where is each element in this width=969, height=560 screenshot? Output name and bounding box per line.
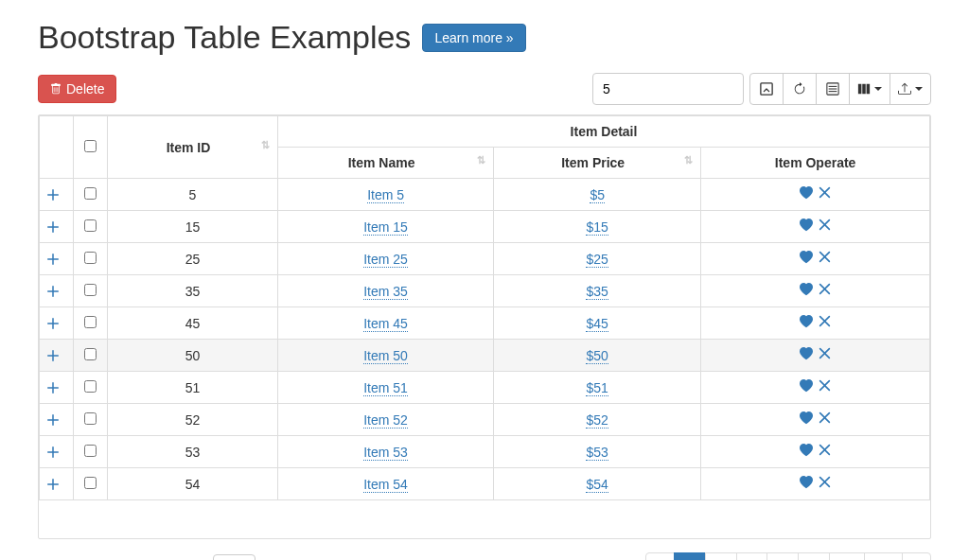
row-checkbox[interactable]: [84, 445, 97, 457]
cell-item-price-link[interactable]: $52: [586, 412, 608, 429]
cell-item-name-link[interactable]: Item 45: [363, 316, 408, 332]
page-link[interactable]: 1: [675, 553, 705, 560]
row-checkbox[interactable]: [84, 219, 97, 232]
page-link[interactable]: 24: [865, 553, 903, 560]
row-checkbox[interactable]: [84, 477, 97, 489]
remove-button[interactable]: [819, 315, 831, 328]
row-checkbox[interactable]: [84, 252, 97, 264]
remove-button[interactable]: [819, 476, 831, 489]
cell-item-price-link[interactable]: $45: [586, 316, 608, 332]
export-button[interactable]: [890, 73, 931, 105]
page-item[interactable]: ‹: [645, 552, 675, 560]
search-input[interactable]: [592, 73, 744, 105]
row-checkbox[interactable]: [84, 316, 97, 328]
remove-button[interactable]: [819, 347, 831, 360]
expand-row-button[interactable]: [40, 179, 74, 211]
row-checkbox[interactable]: [84, 412, 97, 425]
cell-item-name-link[interactable]: Item 5: [367, 187, 404, 203]
page-link[interactable]: 2: [706, 553, 736, 560]
expand-row-button[interactable]: [40, 243, 74, 275]
expand-row-button[interactable]: [40, 468, 74, 500]
row-checkbox[interactable]: [84, 284, 97, 296]
page-size-dropdown[interactable]: 10: [213, 554, 256, 560]
cell-item-name-link[interactable]: Item 54: [363, 477, 408, 493]
expand-row-button[interactable]: [40, 404, 74, 436]
cell-item-price-link[interactable]: $35: [586, 284, 608, 300]
remove-button[interactable]: [819, 444, 831, 457]
row-checkbox[interactable]: [84, 348, 97, 360]
remove-button[interactable]: [819, 219, 831, 232]
remove-button[interactable]: [819, 251, 831, 264]
cell-item-name-link[interactable]: Item 50: [363, 348, 408, 364]
cell-item-name-link[interactable]: Item 53: [363, 445, 408, 461]
expand-row-button[interactable]: [40, 307, 74, 340]
page-item[interactable]: 24: [864, 552, 904, 560]
like-button[interactable]: [800, 315, 813, 328]
page-item[interactable]: ...: [829, 552, 865, 560]
page-link[interactable]: ›: [903, 553, 930, 560]
columns-button[interactable]: [849, 73, 890, 105]
page-link[interactable]: 3: [737, 553, 767, 560]
col-item-id[interactable]: Item ID⇅: [108, 116, 278, 179]
expand-row-button[interactable]: [40, 436, 74, 468]
row-checkbox[interactable]: [84, 380, 97, 393]
expand-row-button[interactable]: [40, 211, 74, 243]
heart-icon: [800, 251, 813, 264]
page-item[interactable]: ›: [902, 552, 931, 560]
col-item-name[interactable]: Item Name⇅: [278, 148, 494, 179]
remove-button[interactable]: [819, 283, 831, 296]
like-button[interactable]: [800, 347, 813, 360]
expand-row-button[interactable]: [40, 372, 74, 404]
row-checkbox[interactable]: [84, 187, 97, 200]
table-row: 25Item 25$25: [40, 243, 930, 275]
page-item[interactable]: 1: [674, 552, 706, 560]
cell-item-price-link[interactable]: $25: [586, 252, 608, 268]
like-button[interactable]: [800, 411, 813, 425]
like-button[interactable]: [800, 283, 813, 296]
page-link[interactable]: ...: [830, 553, 864, 560]
select-all-header[interactable]: [74, 116, 108, 179]
select-all-checkbox[interactable]: [84, 140, 97, 152]
refresh-button[interactable]: [783, 73, 817, 105]
close-icon: [819, 411, 831, 424]
cell-item-name-link[interactable]: Item 52: [363, 412, 408, 429]
table-row: 51Item 51$51: [40, 372, 930, 404]
cell-item-name-link[interactable]: Item 25: [363, 252, 408, 268]
like-button[interactable]: [800, 186, 813, 200]
cell-item-price-link[interactable]: $50: [586, 348, 608, 364]
cell-item-price-link[interactable]: $54: [586, 477, 608, 493]
cell-item-name-link[interactable]: Item 35: [363, 284, 408, 300]
learn-more-button[interactable]: Learn more »: [422, 24, 525, 52]
page-link[interactable]: 5: [799, 553, 829, 560]
cell-item-price-link[interactable]: $15: [586, 219, 608, 236]
columns-icon: [857, 82, 871, 96]
toggle-view-button[interactable]: [816, 73, 850, 105]
page-item[interactable]: 2: [705, 552, 737, 560]
col-item-price[interactable]: Item Price⇅: [494, 148, 701, 179]
delete-button[interactable]: Delete: [38, 75, 116, 103]
heart-icon: [800, 379, 813, 393]
page-item[interactable]: 4: [766, 552, 799, 560]
remove-button[interactable]: [819, 411, 831, 425]
page-link[interactable]: 4: [767, 553, 798, 560]
page-link[interactable]: ‹: [646, 553, 674, 560]
like-button[interactable]: [800, 251, 813, 264]
remove-button[interactable]: [819, 379, 831, 393]
expand-row-button[interactable]: [40, 340, 74, 372]
page-item[interactable]: 5: [798, 552, 830, 560]
pagination-toggle-button[interactable]: [749, 73, 784, 105]
cell-item-name-link[interactable]: Item 15: [363, 219, 408, 236]
cell-item-name-link[interactable]: Item 51: [363, 380, 408, 396]
sort-icon: ⇅: [684, 155, 693, 166]
expand-row-button[interactable]: [40, 275, 74, 307]
like-button[interactable]: [800, 444, 813, 457]
sort-icon: ⇅: [477, 155, 485, 166]
like-button[interactable]: [800, 476, 813, 489]
cell-item-price-link[interactable]: $51: [586, 380, 608, 396]
like-button[interactable]: [800, 219, 813, 232]
like-button[interactable]: [800, 379, 813, 393]
cell-item-price-link[interactable]: $53: [586, 445, 608, 461]
page-item[interactable]: 3: [736, 552, 768, 560]
cell-item-price-link[interactable]: $5: [590, 187, 605, 203]
remove-button[interactable]: [819, 186, 831, 200]
